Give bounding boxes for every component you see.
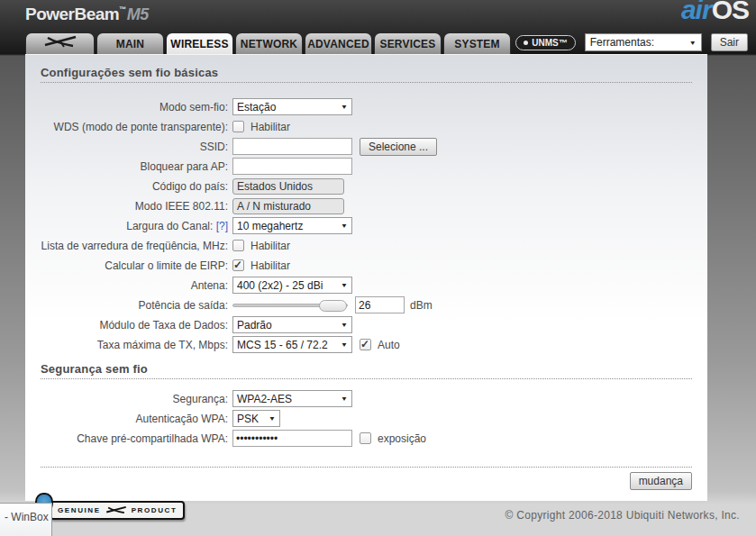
antenna-select[interactable]: 400 (2x2) - 25 dBi ▼: [232, 277, 352, 294]
field-label: Calcular o limite de EIRP:: [41, 259, 232, 272]
basic-section-title: Configurações sem fio básicas: [41, 66, 692, 83]
field-label: Potência de saída:: [41, 299, 232, 312]
device-name: PowerBeam: [25, 5, 119, 23]
ssid-input[interactable]: [232, 138, 352, 155]
lock-to-ap-input[interactable]: [232, 158, 352, 175]
tab-wireless[interactable]: WIRELESS: [166, 32, 233, 54]
bottom-divider: [41, 467, 692, 468]
row-wireless-mode: Modo sem-fio: Estação ▼: [41, 98, 692, 115]
field-label: Autenticação WPA:: [41, 413, 232, 425]
channel-width-value: 10 megahertz: [237, 220, 303, 232]
field-label: Taxa máxima de TX, Mbps:: [41, 339, 232, 351]
security-mode-value: WPA2-AES: [237, 393, 292, 405]
device-model: M5: [127, 5, 149, 23]
basic-settings-form: Modo sem-fio: Estação ▼ WDS (modo de pon…: [41, 98, 692, 353]
dropdown-arrow-icon: ▼: [689, 39, 697, 46]
checkbox-label: Habilitar: [250, 121, 290, 133]
copyright-text: © Copyright 2006-2018 Ubiquiti Networks,…: [506, 509, 740, 522]
dropdown-arrow-icon: ▼: [341, 395, 348, 402]
trademark-symbol: ™: [119, 5, 126, 14]
tools-select[interactable]: Ferramentas: ▼: [585, 33, 702, 51]
header: PowerBeam™M5 airOS: [0, 0, 756, 32]
row-wds: WDS (modo de ponte transparente): Habili…: [41, 118, 692, 135]
field-label: SSID:: [41, 141, 232, 153]
ssid-select-button[interactable]: Selecione ...: [360, 138, 437, 156]
genuine-product-badge: GENUINE PRODUCT: [50, 501, 185, 520]
max-tx-rate-select[interactable]: MCS 15 - 65 / 72.2 ▼: [232, 336, 352, 353]
dropdown-arrow-icon: ▼: [341, 281, 348, 288]
airos-logo-air: air: [681, 0, 712, 24]
output-power-slider[interactable]: [232, 304, 348, 307]
row-antenna: Antena: 400 (2x2) - 25 dBi ▼: [41, 277, 692, 294]
logout-button[interactable]: Sair: [711, 33, 748, 51]
dropdown-arrow-icon: ▼: [341, 222, 348, 229]
checkbox-label: Auto: [378, 339, 400, 351]
ubiquiti-antenna-icon: [105, 505, 127, 516]
row-lock-to-ap: Bloquear para AP:: [41, 158, 692, 175]
field-label: Modo sem-fio:: [41, 101, 232, 114]
channel-width-help-link[interactable]: [?]: [216, 220, 228, 232]
row-wpa-psk: Chave pré-compartilhada WPA: exposição: [41, 430, 692, 447]
unms-button[interactable]: UNMS™: [515, 35, 575, 50]
field-label: Segurança:: [41, 393, 232, 405]
data-rate-module-select[interactable]: Padrão ▼: [232, 316, 352, 333]
dropdown-arrow-icon: ▼: [341, 341, 348, 348]
channel-width-select[interactable]: 10 megahertz ▼: [232, 217, 352, 234]
field-label: Módulo de Taxa de Dados:: [41, 319, 232, 332]
tab-system[interactable]: SYSTEM: [443, 32, 511, 54]
slider-handle[interactable]: [319, 300, 347, 312]
wpa-auth-value: PSK: [237, 413, 259, 425]
output-power-unit: dBm: [410, 299, 433, 312]
ubiquiti-antenna-icon: [43, 33, 77, 55]
freq-scan-checkbox[interactable]: [232, 240, 244, 251]
row-ieee-mode: Modo IEEE 802.11: A / N misturado: [41, 197, 692, 214]
output-power-input[interactable]: [355, 296, 405, 313]
device-logo: PowerBeam™M5: [25, 5, 149, 24]
change-button[interactable]: mudança: [630, 472, 692, 490]
psk-show-checkbox[interactable]: [360, 432, 371, 444]
tab-home-logo[interactable]: [25, 32, 95, 54]
security-section-title: Segurança sem fio: [41, 362, 692, 379]
field-label: Chave pré-compartilhada WPA:: [41, 432, 232, 445]
dropdown-arrow-icon: ▼: [269, 414, 276, 422]
row-ssid: SSID: Selecione ...: [41, 138, 692, 155]
data-rate-module-value: Padrão: [237, 319, 272, 332]
row-country-code: Código do país: Estados Unidos: [41, 177, 692, 195]
action-row: mudança: [41, 472, 692, 490]
eirp-limit-checkbox[interactable]: [232, 259, 244, 271]
checkbox-label: Habilitar: [250, 259, 290, 272]
row-channel-width: Largura do Canal: [?] 10 megahertz ▼: [41, 217, 692, 234]
row-wpa-auth: Autenticação WPA: PSK ▼: [41, 410, 692, 427]
row-output-power: Potência de saída: dBm: [41, 296, 692, 313]
wpa-psk-input[interactable]: [232, 430, 352, 447]
row-max-tx-rate: Taxa máxima de TX, Mbps: MCS 15 - 65 / 7…: [41, 336, 692, 353]
genuine-badge-left-text: GENUINE: [58, 506, 101, 514]
header-controls: UNMS™ Ferramentas: ▼ Sair: [515, 33, 748, 51]
wireless-mode-select[interactable]: Estação ▼: [232, 98, 352, 115]
field-label: Modo IEEE 802.11:: [41, 200, 232, 213]
tab-bar: MAIN WIRELESS NETWORK ADVANCED SERVICES …: [25, 32, 511, 54]
unms-label: UNMS™: [532, 38, 567, 48]
unms-dot-icon: [524, 41, 528, 45]
antenna-value: 400 (2x2) - 25 dBi: [237, 279, 323, 292]
winbox-status-tooltip: - WinBox: [0, 503, 52, 536]
field-label: Antena:: [41, 279, 232, 292]
wpa-auth-select[interactable]: PSK ▼: [232, 410, 280, 427]
row-eirp-limit: Calcular o limite de EIRP: Habilitar: [41, 257, 692, 274]
ieee-mode-field: A / N misturado: [232, 198, 344, 214]
security-mode-select[interactable]: WPA2-AES ▼: [232, 390, 352, 407]
tab-advanced[interactable]: ADVANCED: [305, 32, 372, 54]
tab-network[interactable]: NETWORK: [235, 32, 303, 54]
tools-select-value: Ferramentas:: [590, 36, 654, 49]
wds-checkbox[interactable]: [232, 121, 244, 132]
genuine-badge-right-text: PRODUCT: [132, 506, 178, 514]
max-tx-rate-value: MCS 15 - 65 / 72.2: [237, 339, 328, 351]
field-label: Código do país:: [41, 180, 232, 193]
wireless-mode-value: Estação: [237, 101, 276, 114]
tab-services[interactable]: SERVICES: [374, 32, 442, 54]
field-label: Bloquear para AP:: [41, 160, 232, 173]
tab-main[interactable]: MAIN: [96, 32, 164, 54]
airos-logo-os: OS: [712, 0, 749, 24]
dropdown-arrow-icon: ▼: [341, 321, 348, 328]
max-tx-auto-checkbox[interactable]: [360, 339, 371, 350]
